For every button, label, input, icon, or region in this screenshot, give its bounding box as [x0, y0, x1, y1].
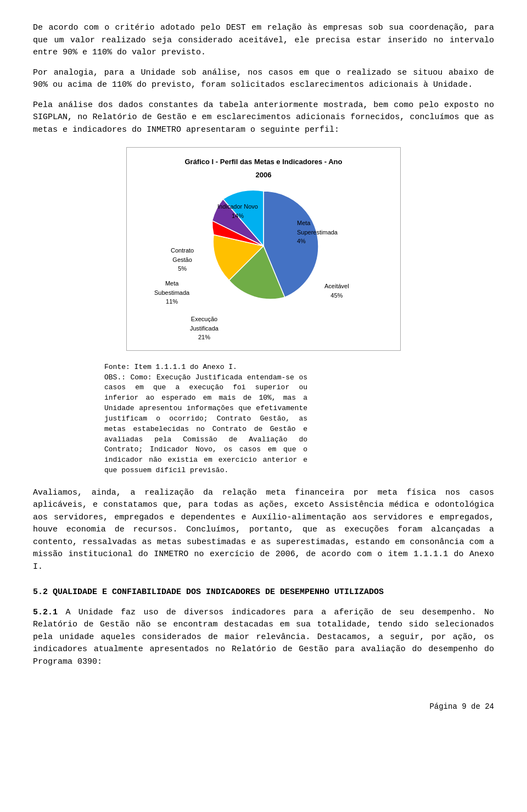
fonte-text: Fonte: Item 1.1.1.1 do Anexo I. — [104, 362, 494, 373]
section-52-label: 5.2 QUALIDADE E CONFIABILIDADE DOS INDIC… — [33, 587, 384, 597]
p521-label: 5.2.1 — [33, 608, 58, 617]
paragraph-4: Avaliamos, ainda, a realização da relaçã… — [33, 487, 494, 574]
chart-labels: Indicador Novo14% MetaSuperestimada4% Co… — [138, 197, 390, 339]
chart-container: Gráfico I - Perfil das Metas e Indicador… — [126, 147, 401, 351]
paragraph-1: De acordo com o critério adotado pelo DE… — [33, 22, 494, 59]
p521-content: A Unidade faz uso de diversos indicadore… — [33, 608, 494, 667]
label-contrato-gestao: ContratoGestão5% — [171, 246, 194, 273]
section-52-heading: 5.2 QUALIDADE E CONFIABILIDADE DOS INDIC… — [33, 586, 494, 599]
obs-content: Como: Execução Justificada entendam-se o… — [104, 373, 307, 475]
paragraph-2: Por analogia, para a Unidade sob análise… — [33, 67, 494, 92]
obs-label: OBS.: — [104, 373, 126, 382]
label-meta-superestimada: MetaSuperestimada4% — [297, 219, 338, 246]
label-meta-subestimada: MetaSubestimada11% — [154, 279, 189, 306]
chart-subtitle: 2006 — [138, 170, 389, 181]
obs-text: OBS.: Como: Execução Justificada entenda… — [104, 373, 307, 476]
paragraph-521: 5.2.1 A Unidade faz uso de diversos indi… — [33, 607, 494, 669]
label-indicador-novo: Indicador Novo14% — [217, 202, 258, 220]
page-number: Página 9 de 24 — [33, 701, 494, 713]
paragraph-3: Pela análise dos dados constantes da tab… — [33, 99, 494, 137]
chart-title: Gráfico I - Perfil das Metas e Indicador… — [138, 156, 389, 167]
label-aceitavel: Aceitável45% — [324, 282, 349, 300]
label-execucao-justificada: ExecuçãoJustificada21% — [190, 315, 218, 342]
